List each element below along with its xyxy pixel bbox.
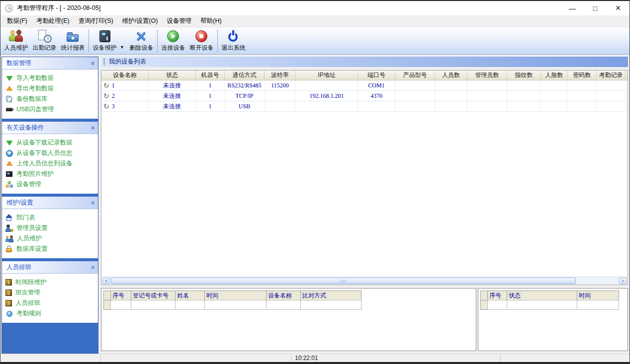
sidebar-item-usb-disk[interactable]: USB闪盘管理 xyxy=(2,104,98,115)
device-cell xyxy=(597,101,626,111)
scroll-right-icon[interactable]: › xyxy=(619,278,627,284)
grid-column-header[interactable]: 登记号或卡号 xyxy=(131,291,176,300)
menu-data[interactable]: 数据(F) xyxy=(2,15,32,27)
toolbar-device-maintenance-button[interactable]: 设备维护 xyxy=(90,28,119,53)
device-status-grid: 序号状态时间 xyxy=(481,291,628,310)
sidebar-item-attendance-rules[interactable]: 考勤规则 xyxy=(2,308,98,319)
sidebar-item-shift-management[interactable]: 2 班次管理 xyxy=(2,288,98,298)
device-row[interactable]: ↻2未连接1TCP/IP192.168.1.2014370 xyxy=(101,91,628,101)
menu-help[interactable]: 帮助(H) xyxy=(196,15,226,27)
grid-empty-cell xyxy=(175,300,205,310)
toolbar-attendance-record-button[interactable]: 出勤记录 xyxy=(30,28,59,53)
sidebar-section-data-management[interactable]: 数据管理 « xyxy=(2,57,98,70)
collapse-chevron-icon[interactable]: « xyxy=(90,61,97,65)
row-selector-header[interactable] xyxy=(103,291,111,300)
device-column-header[interactable]: 序列号 xyxy=(626,71,628,80)
grid-empty-cell xyxy=(577,300,619,310)
collapse-chevron-icon[interactable]: « xyxy=(90,126,97,129)
sidebar: 数据管理 « 导入考勤数据 导出考勤数据 ✓ 备份数据库 USB闪盘管理 有关设… xyxy=(1,57,98,354)
collapse-chevron-icon[interactable]: « xyxy=(90,201,97,204)
toolbar-separator xyxy=(89,29,89,52)
device-cell: USB xyxy=(225,101,265,111)
toolbar-disconnect-device-button[interactable]: 断开设备 xyxy=(187,28,216,53)
sidebar-item-photo-maintenance[interactable]: 考勤照片维护 xyxy=(2,169,98,179)
device-column-header[interactable]: 人脸数 xyxy=(541,71,568,80)
device-column-header[interactable]: 产品型号 xyxy=(395,71,435,80)
number-3-icon: 3 xyxy=(5,300,12,306)
grid-column-header[interactable]: 时间 xyxy=(204,291,267,300)
toolbar-delete-device-button[interactable]: 删除设备 xyxy=(127,28,156,53)
device-column-header[interactable]: 管理员数 xyxy=(467,71,507,80)
row-selector-header[interactable] xyxy=(480,291,488,300)
menu-maintenance[interactable]: 维护/设置(O) xyxy=(118,15,163,27)
sidebar-item-personnel-maintenance[interactable]: 人员维护 xyxy=(2,233,98,244)
scroll-left-icon[interactable]: ‹ xyxy=(102,278,110,284)
device-column-header[interactable]: 密码数 xyxy=(568,71,597,80)
grid-column-header[interactable]: 序号 xyxy=(487,291,507,300)
sidebar-item-import-attendance[interactable]: 导入考勤数据 xyxy=(2,73,98,83)
device-dropdown-arrow-icon[interactable]: ▼ xyxy=(119,32,127,50)
sidebar-item-admin-settings[interactable]: 管理员设置 xyxy=(2,223,98,233)
device-cell xyxy=(507,80,541,90)
collapse-chevron-icon[interactable]: « xyxy=(90,265,97,269)
grid-column-header[interactable]: 比对方式 xyxy=(300,291,361,300)
device-column-header[interactable]: 波特率 xyxy=(265,71,296,80)
grid-column-header[interactable]: 设备名称 xyxy=(266,291,301,300)
close-button[interactable]: × xyxy=(607,1,630,15)
device-column-header[interactable]: 人员数 xyxy=(435,71,467,80)
sidebar-section-maintenance[interactable]: 维护/设置 « xyxy=(2,197,98,209)
sync-device-icon: ↻ xyxy=(103,103,109,110)
scrollbar-thumb[interactable] xyxy=(111,278,576,284)
app-window: 考勤管理程序 - [ - 2020-08-05] — □ × 数据(F) 考勤处… xyxy=(0,0,630,364)
sidebar-item-download-records[interactable]: 从设备下载记录数据 xyxy=(2,138,98,148)
device-column-header[interactable]: 考勤记录 xyxy=(597,71,626,80)
device-column-header[interactable]: 通信方式 xyxy=(225,71,265,80)
menu-device-mgmt[interactable]: 设备管理 xyxy=(162,15,196,27)
status-time: 10:22:01 xyxy=(292,354,501,362)
sidebar-item-database-settings[interactable]: 数据库设置 xyxy=(2,244,98,254)
minimize-button[interactable]: — xyxy=(561,1,584,15)
grid-empty-cell xyxy=(266,300,301,310)
sidebar-item-department-table[interactable]: 部门表 xyxy=(2,213,98,223)
grid-column-header[interactable]: 姓名 xyxy=(175,291,205,300)
device-cell: 115200 xyxy=(265,80,296,90)
toolbar-personnel-button[interactable]: 人员维护 xyxy=(2,28,30,53)
device-cell xyxy=(568,80,597,90)
toolbar-report-button[interactable]: 统计报表 xyxy=(59,28,87,53)
usb-drive-icon xyxy=(5,106,13,113)
device-column-header[interactable]: 指纹数 xyxy=(507,71,541,80)
device-column-header[interactable]: IP地址 xyxy=(296,71,358,80)
sidebar-item-export-attendance[interactable]: 导出考勤数据 xyxy=(2,83,98,94)
menu-query-print[interactable]: 查询/打印(S) xyxy=(74,15,118,27)
grid-column-header[interactable]: 序号 xyxy=(110,291,131,300)
sidebar-item-upload-personnel[interactable]: 上传人员信息到设备 xyxy=(2,158,98,169)
sidebar-item-time-period[interactable]: 1 时间段维护 xyxy=(2,277,98,288)
device-cell xyxy=(626,101,628,111)
device-row[interactable]: ↻1未连接1RS232/RS485115200COM1 xyxy=(101,80,628,91)
sidebar-section-scheduling[interactable]: 人员排班 « xyxy=(2,261,98,274)
grid-empty-cell xyxy=(487,300,507,310)
maximize-button[interactable]: □ xyxy=(584,1,607,15)
sidebar-section-device-operations[interactable]: 有关设备操作 « xyxy=(2,122,98,134)
menu-attendance[interactable]: 考勤处理(E) xyxy=(32,15,74,27)
grid-column-header[interactable]: 状态 xyxy=(507,291,577,300)
sidebar-item-personnel-scheduling[interactable]: 3 人员排班 xyxy=(2,298,98,308)
sidebar-item-backup-database[interactable]: ✓ 备份数据库 xyxy=(2,94,98,104)
grid-column-header[interactable]: 时间 xyxy=(577,291,619,300)
sidebar-item-device-management[interactable]: 设备管理 xyxy=(2,179,98,190)
device-column-header[interactable]: 端口号 xyxy=(358,71,395,80)
row-selector-cell xyxy=(103,300,111,310)
toolbar-connect-device-button[interactable]: 连接设备 xyxy=(159,28,187,53)
device-column-header[interactable]: 状态 xyxy=(149,71,196,80)
device-column-header[interactable]: 机器号 xyxy=(196,71,225,80)
toolbar-exit-button[interactable]: 退出系统 xyxy=(219,28,248,53)
grip-dots-icon[interactable] xyxy=(103,59,105,65)
device-column-header[interactable]: 设备名称 xyxy=(101,71,149,80)
disconnect-device-icon xyxy=(195,30,207,42)
sidebar-item-download-personnel[interactable]: 从设备下载人员信息 xyxy=(2,148,98,158)
device-cell xyxy=(626,80,628,90)
device-row[interactable]: ↻3未连接1USB xyxy=(101,101,628,112)
device-list-caption: 我的设备列表 xyxy=(101,57,628,67)
device-cell xyxy=(296,101,358,111)
horizontal-scrollbar[interactable]: ‹ › xyxy=(102,277,627,284)
